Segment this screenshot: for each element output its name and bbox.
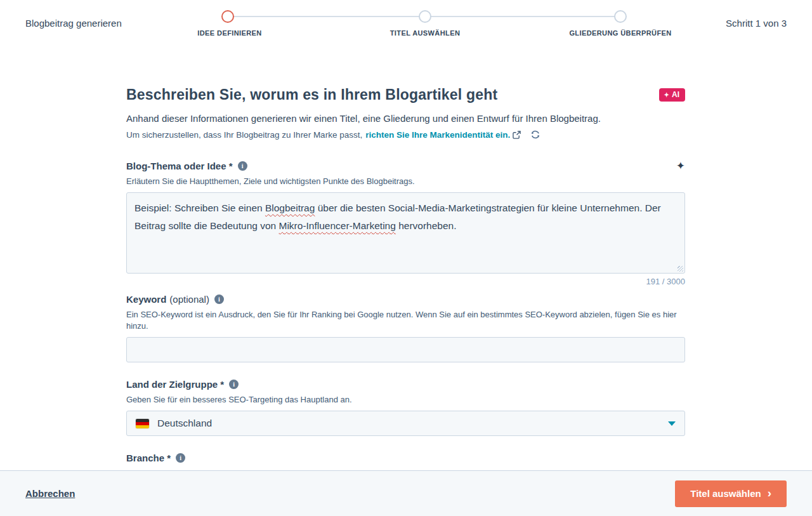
ai-badge: ✦ AI (659, 88, 685, 102)
wizard-body: Beschreiben Sie, worum es in Ihrem Bloga… (126, 86, 685, 479)
topic-text: hervorheben. (396, 220, 457, 231)
wizard-header: Blogbeitrag generieren IDEE DEFINIEREN T… (0, 0, 812, 46)
brand-identity-link[interactable]: richten Sie Ihre Markenidentität ein. (365, 130, 521, 140)
target-country-label: Land der Zielgruppe * (126, 379, 224, 390)
step-label-define-idea: IDEE DEFINIEREN (197, 29, 261, 37)
keyword-helper: Ein SEO-Keyword ist ein Ausdruck, den Si… (126, 309, 685, 332)
step-circle-2 (419, 10, 431, 23)
section-heading: Beschreiben Sie, worum es in Ihrem Bloga… (126, 86, 497, 103)
ai-badge-label: AI (672, 90, 679, 99)
intro-text: Anhand dieser Informationen generieren w… (126, 113, 685, 124)
field-target-country: Land der Zielgruppe * i Geben Sie für ei… (126, 379, 685, 436)
info-icon[interactable]: i (229, 380, 239, 389)
topic-text: Beispiel: Schreiben Sie einen (134, 202, 265, 213)
step-circle-3 (614, 10, 627, 23)
germany-flag-icon (136, 419, 149, 428)
sparkle-icon: ✦ (664, 91, 669, 98)
chevron-right-icon: › (768, 487, 771, 499)
topic-text-misspelled: Blogbeitrag (265, 202, 315, 213)
industry-label: Branche * (126, 453, 171, 463)
blog-topic-label: Blog-Thema oder Idee * (126, 161, 233, 171)
wizard-footer: Abbrechen Titel auswählen › (0, 470, 812, 516)
ai-assist-sparkle-button[interactable]: ✦ (676, 161, 685, 171)
country-select[interactable]: Deutschland (126, 411, 685, 436)
info-icon[interactable]: i (214, 294, 224, 304)
choose-title-button-label: Titel auswählen (690, 488, 761, 499)
keyword-input[interactable] (126, 337, 685, 362)
character-counter: 191 / 3000 (126, 277, 685, 286)
step-circle-1 (221, 10, 234, 23)
step-label-review-outline: GLIEDERUNG ÜBERPRÜFEN (569, 29, 671, 37)
info-icon[interactable]: i (176, 453, 185, 463)
keyword-label: Keyword (126, 294, 166, 305)
field-keyword: Keyword (optional) i Ein SEO-Keyword ist… (126, 294, 685, 362)
keyword-optional-label: (optional) (169, 294, 209, 305)
brand-identity-note: Um sicherzustellen, dass Ihr Blogbeitrag… (126, 129, 685, 140)
refresh-brand-identity-button[interactable] (530, 129, 540, 140)
country-select-value: Deutschland (157, 418, 212, 429)
info-icon[interactable]: i (238, 161, 247, 171)
sync-icon (530, 129, 540, 140)
blog-topic-helper: Erläutern Sie die Hauptthemen, Ziele und… (126, 176, 685, 187)
blog-topic-textarea[interactable]: Beispiel: Schreiben Sie einen Blogbeitra… (126, 192, 685, 274)
step-label-choose-title: TITEL AUSWÄHLEN (390, 29, 461, 37)
target-country-helper: Geben Sie für ein besseres SEO-Targeting… (126, 394, 685, 406)
brand-identity-link-label: richten Sie Ihre Markenidentität ein. (365, 130, 510, 140)
caret-down-icon (668, 421, 676, 426)
page-title: Blogbeitrag generieren (25, 18, 122, 29)
brand-note-text: Um sicherzustellen, dass Ihr Blogbeitrag… (126, 130, 362, 140)
choose-title-button[interactable]: Titel auswählen › (675, 480, 787, 507)
topic-text-misspelled: Mikro-Influencer-Marketing (279, 220, 396, 231)
step-counter: Schritt 1 von 3 (726, 18, 787, 29)
cancel-button[interactable]: Abbrechen (25, 488, 75, 499)
external-link-icon (513, 131, 521, 139)
field-blog-topic: Blog-Thema oder Idee * i ✦ Erläutern Sie… (126, 161, 685, 286)
